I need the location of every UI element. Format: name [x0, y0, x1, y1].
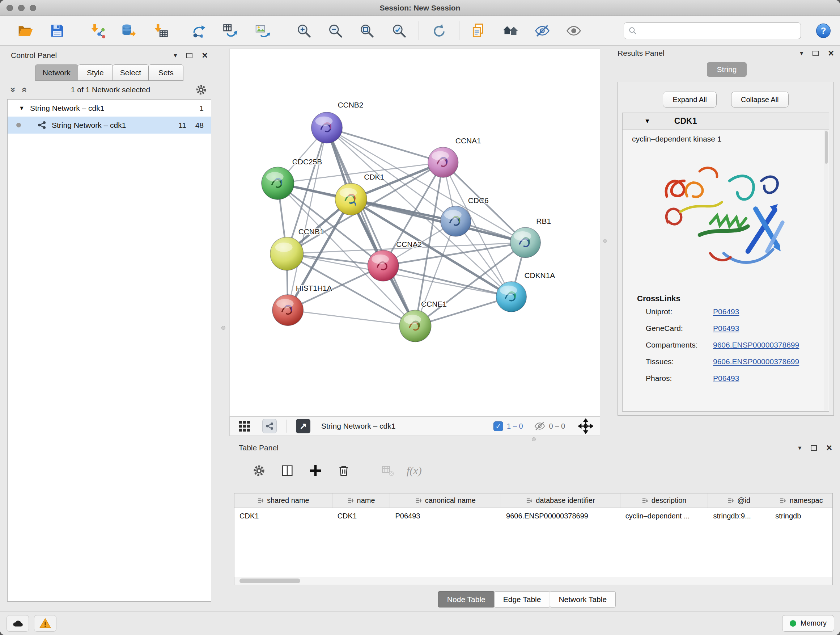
import-network-file-button[interactable] — [89, 22, 107, 40]
column-header[interactable]: namespac — [770, 494, 832, 508]
network-share-button[interactable] — [262, 419, 277, 433]
window-zoom-button[interactable] — [30, 5, 36, 11]
tab-sets[interactable]: Sets — [149, 65, 183, 81]
panel-menu-icon[interactable]: ▾ — [798, 444, 801, 452]
cloud-status-button[interactable] — [6, 615, 29, 632]
network-edge[interactable] — [327, 128, 415, 326]
close-panel-icon[interactable]: × — [202, 51, 208, 60]
cell-canonical-name[interactable]: P06493 — [390, 508, 501, 524]
results-scrollbar[interactable] — [824, 130, 829, 410]
collection-caret-icon[interactable]: ▼ — [16, 105, 27, 111]
tab-style[interactable]: Style — [78, 65, 113, 81]
table-row[interactable]: CDK1 CDK1 P06493 9606.ENSP00000378699 cy… — [234, 508, 832, 524]
show-columns-button[interactable] — [278, 461, 297, 480]
save-session-button[interactable] — [49, 22, 66, 40]
selected-checkbox-icon[interactable]: ✓ — [493, 421, 503, 431]
tab-network[interactable]: Network — [35, 65, 78, 81]
delete-table-button[interactable] — [378, 461, 397, 480]
network-node-CCNA1[interactable] — [428, 147, 458, 177]
refresh-button[interactable] — [431, 22, 448, 40]
right-splitter-handle[interactable] — [603, 239, 607, 243]
cell-name[interactable]: CDK1 — [332, 508, 390, 524]
network-edge[interactable] — [288, 128, 327, 310]
column-header[interactable]: shared name — [234, 494, 332, 508]
copy-button[interactable] — [470, 22, 487, 40]
network-edge[interactable] — [327, 128, 443, 163]
crosslink-link[interactable]: 9606.ENSP00000378699 — [713, 340, 799, 349]
float-panel-icon[interactable] — [813, 51, 819, 56]
zoom-in-button[interactable] — [295, 22, 313, 40]
expand-all-icon[interactable]: » — [19, 87, 28, 92]
column-header[interactable]: canonical name — [390, 494, 501, 508]
column-header[interactable]: database identifier — [501, 494, 621, 508]
network-canvas[interactable]: CCNB2CCNA1CDC25BCDK1CDC6RB1CCNB1CCNA2CDK… — [229, 49, 600, 416]
new-network-button[interactable] — [191, 22, 208, 40]
crosslink-link[interactable]: P06493 — [713, 374, 739, 383]
network-node-CCNA2[interactable] — [368, 250, 399, 281]
hide-selected-button[interactable] — [534, 22, 551, 40]
panel-menu-icon[interactable]: ▾ — [174, 51, 177, 59]
left-splitter-handle[interactable] — [221, 326, 225, 330]
network-node-CDC6[interactable] — [441, 206, 471, 236]
home-button[interactable] — [502, 22, 519, 40]
table-options-button[interactable] — [249, 461, 268, 480]
cell-shared-name[interactable]: CDK1 — [234, 508, 332, 524]
crosslink-link[interactable]: 9606.ENSP00000378699 — [713, 357, 799, 366]
open-session-button[interactable] — [17, 22, 34, 40]
help-button[interactable]: ? — [815, 22, 832, 40]
import-network-database-button[interactable] — [120, 22, 137, 40]
network-node-CDKN1A[interactable] — [496, 282, 527, 312]
memory-button[interactable]: Memory — [782, 615, 834, 632]
crosslink-link[interactable]: P06493 — [713, 307, 739, 316]
window-minimize-button[interactable] — [18, 5, 25, 11]
tab-node-table[interactable]: Node Table — [438, 591, 494, 608]
collapse-all-button[interactable]: Collapse All — [731, 92, 789, 108]
warnings-button[interactable] — [34, 615, 57, 632]
network-node-CDC25B[interactable] — [262, 167, 294, 200]
zoom-selected-button[interactable] — [390, 22, 408, 40]
create-column-button[interactable] — [306, 461, 325, 480]
expand-all-button[interactable]: Expand All — [663, 92, 717, 108]
cell-database-identifier[interactable]: 9606.ENSP00000378699 — [501, 508, 621, 524]
clone-network-button[interactable] — [222, 22, 239, 40]
open-in-new-window-button[interactable]: ↗ — [296, 419, 310, 433]
zoom-out-button[interactable] — [327, 22, 344, 40]
window-close-button[interactable] — [6, 5, 13, 11]
network-node-CCNE1[interactable] — [399, 310, 431, 342]
tab-select[interactable]: Select — [113, 65, 149, 81]
panel-menu-icon[interactable]: ▾ — [800, 49, 803, 57]
network-node-CCNB2[interactable] — [311, 112, 343, 143]
tab-string[interactable]: String — [707, 62, 747, 77]
float-panel-icon[interactable] — [186, 53, 193, 58]
crosslink-link[interactable]: P06493 — [713, 324, 739, 333]
tab-edge-table[interactable]: Edge Table — [494, 591, 550, 608]
network-row[interactable]: String Network – cdk1 11 48 — [8, 117, 211, 134]
delete-column-button[interactable] — [334, 461, 353, 480]
float-panel-icon[interactable] — [811, 445, 817, 451]
birds-eye-view-icon[interactable] — [239, 421, 250, 432]
gene-card-header[interactable]: ▼ CDK1 — [622, 113, 829, 130]
network-node-RB1[interactable] — [510, 227, 540, 258]
import-table-button[interactable] — [152, 22, 169, 40]
network-edge[interactable] — [351, 199, 525, 242]
network-edge[interactable] — [288, 310, 415, 326]
zoom-fit-button[interactable] — [358, 22, 376, 40]
network-node-CCNB1[interactable] — [270, 237, 303, 271]
column-header[interactable]: @id — [708, 494, 770, 508]
column-header[interactable]: name — [332, 494, 390, 508]
cell-namespace[interactable]: stringdb — [770, 508, 832, 524]
gene-caret-icon[interactable]: ▼ — [644, 118, 651, 125]
close-panel-icon[interactable]: × — [826, 443, 832, 453]
column-header[interactable]: description — [621, 494, 708, 508]
cell-id[interactable]: stringdb:9... — [708, 508, 770, 524]
bottom-splitter-handle[interactable] — [532, 437, 536, 441]
search-input[interactable] — [624, 22, 801, 39]
pan-mode-button[interactable] — [578, 418, 593, 434]
tab-network-table[interactable]: Network Table — [549, 591, 616, 608]
close-panel-icon[interactable]: × — [828, 49, 834, 58]
show-all-button[interactable] — [565, 22, 583, 40]
network-node-HIST1H1A[interactable] — [272, 295, 303, 326]
network-options-button[interactable] — [195, 83, 208, 96]
table-horizontal-scrollbar[interactable] — [234, 577, 832, 585]
collapse-all-icon[interactable]: » — [9, 87, 18, 92]
